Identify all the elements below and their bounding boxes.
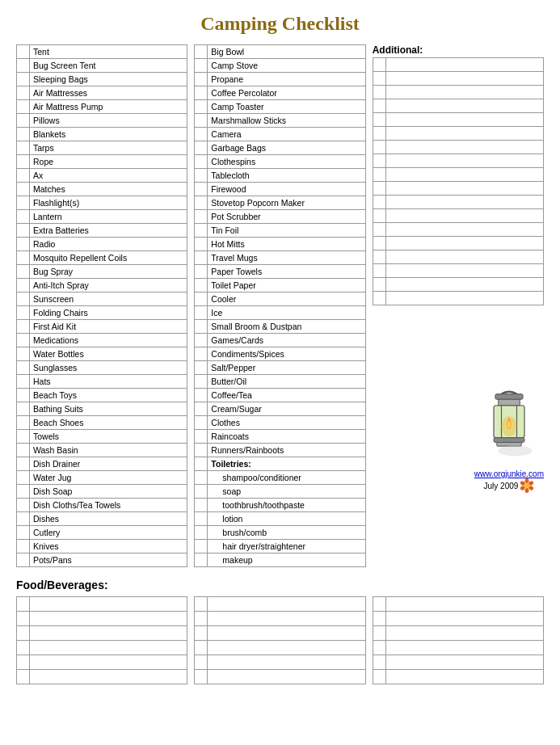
checkbox-cell[interactable] bbox=[373, 168, 385, 182]
checkbox-cell[interactable] bbox=[17, 59, 30, 73]
checkbox-cell[interactable] bbox=[373, 196, 385, 209]
checkbox-cell[interactable] bbox=[373, 58, 385, 72]
checkbox-cell[interactable] bbox=[195, 655, 208, 670]
checkbox-cell[interactable] bbox=[17, 457, 30, 471]
checkbox-cell[interactable] bbox=[17, 169, 30, 183]
checkbox-cell[interactable] bbox=[195, 128, 208, 141]
checkbox-cell[interactable] bbox=[17, 45, 30, 59]
checkbox-cell[interactable] bbox=[17, 334, 30, 347]
checkbox-cell[interactable] bbox=[17, 389, 30, 402]
checkbox-cell[interactable] bbox=[17, 238, 30, 251]
checkbox-cell[interactable] bbox=[195, 471, 208, 485]
checkbox-cell[interactable] bbox=[373, 72, 385, 86]
checkbox-cell[interactable] bbox=[373, 292, 385, 305]
checkbox-cell[interactable] bbox=[17, 279, 30, 293]
checkbox-cell[interactable] bbox=[373, 209, 385, 223]
checkbox-cell[interactable] bbox=[17, 512, 30, 526]
checkbox-cell[interactable] bbox=[17, 224, 30, 238]
checkbox-cell[interactable] bbox=[195, 526, 208, 540]
checkbox-cell[interactable] bbox=[17, 361, 30, 375]
checkbox-cell[interactable] bbox=[195, 86, 208, 100]
checkbox-cell[interactable] bbox=[17, 141, 30, 155]
checkbox-cell[interactable] bbox=[17, 183, 30, 196]
checkbox-cell[interactable] bbox=[17, 320, 30, 334]
checkbox-cell[interactable] bbox=[17, 155, 30, 169]
checkbox-cell[interactable] bbox=[373, 99, 385, 113]
checkbox-cell[interactable] bbox=[373, 113, 385, 127]
checkbox-cell[interactable] bbox=[373, 655, 385, 670]
checkbox-cell[interactable] bbox=[17, 626, 30, 641]
checkbox-cell[interactable] bbox=[195, 444, 208, 457]
checkbox-cell[interactable] bbox=[17, 196, 30, 210]
checkbox-cell[interactable] bbox=[195, 430, 208, 444]
checkbox-cell[interactable] bbox=[373, 250, 385, 264]
checkbox-cell[interactable] bbox=[373, 141, 385, 154]
checkbox-cell[interactable] bbox=[195, 293, 208, 306]
checkbox-cell[interactable] bbox=[17, 347, 30, 361]
checkbox-cell[interactable] bbox=[195, 402, 208, 416]
checkbox-cell[interactable] bbox=[195, 224, 208, 238]
checkbox-cell[interactable] bbox=[17, 100, 30, 114]
checkbox-cell[interactable] bbox=[373, 612, 385, 626]
checkbox-cell[interactable] bbox=[373, 626, 385, 641]
checkbox-cell[interactable] bbox=[17, 553, 30, 567]
checkbox-cell[interactable] bbox=[17, 293, 30, 306]
checkbox-cell[interactable] bbox=[195, 155, 208, 169]
checkbox-cell[interactable] bbox=[195, 389, 208, 402]
checkbox-cell[interactable] bbox=[17, 526, 30, 540]
checkbox-cell[interactable] bbox=[195, 100, 208, 114]
checkbox-cell[interactable] bbox=[17, 485, 30, 499]
checkbox-cell[interactable] bbox=[195, 114, 208, 128]
checkbox-cell[interactable] bbox=[195, 73, 208, 86]
checkbox-cell[interactable] bbox=[17, 402, 30, 416]
checkbox-cell[interactable] bbox=[195, 279, 208, 293]
checkbox-cell[interactable] bbox=[195, 196, 208, 210]
website-link[interactable]: www.orgjunkie.com bbox=[474, 469, 544, 478]
checkbox-cell[interactable] bbox=[195, 416, 208, 430]
checkbox-cell[interactable] bbox=[195, 512, 208, 526]
checkbox-cell[interactable] bbox=[195, 59, 208, 73]
checkbox-cell[interactable] bbox=[195, 597, 208, 612]
checkbox-cell[interactable] bbox=[17, 655, 30, 670]
checkbox-cell[interactable] bbox=[17, 430, 30, 444]
checkbox-cell[interactable] bbox=[373, 597, 385, 612]
checkbox-cell[interactable] bbox=[195, 361, 208, 375]
checkbox-cell[interactable] bbox=[17, 86, 30, 100]
checkbox-cell[interactable] bbox=[373, 641, 385, 655]
checkbox-cell[interactable] bbox=[373, 182, 385, 196]
checkbox-cell[interactable] bbox=[373, 670, 385, 684]
checkbox-cell[interactable] bbox=[17, 265, 30, 279]
checkbox-cell[interactable] bbox=[373, 278, 385, 292]
checkbox-cell[interactable] bbox=[373, 264, 385, 278]
checkbox-cell[interactable] bbox=[373, 86, 385, 99]
checkbox-cell[interactable] bbox=[195, 183, 208, 196]
checkbox-cell[interactable] bbox=[17, 540, 30, 553]
checkbox-cell[interactable] bbox=[17, 375, 30, 389]
checkbox-cell[interactable] bbox=[373, 127, 385, 141]
checkbox-cell[interactable] bbox=[17, 306, 30, 320]
checkbox-cell[interactable] bbox=[373, 223, 385, 237]
checkbox-cell[interactable] bbox=[17, 73, 30, 86]
checkbox-cell[interactable] bbox=[195, 238, 208, 251]
checkbox-cell[interactable] bbox=[17, 251, 30, 265]
checkbox-cell[interactable] bbox=[195, 265, 208, 279]
checkbox-cell[interactable] bbox=[195, 612, 208, 626]
checkbox-cell[interactable] bbox=[17, 114, 30, 128]
checkbox-cell[interactable] bbox=[195, 540, 208, 553]
checkbox-cell[interactable] bbox=[195, 641, 208, 655]
checkbox-cell[interactable] bbox=[195, 485, 208, 499]
checkbox-cell[interactable] bbox=[17, 128, 30, 141]
checkbox-cell[interactable] bbox=[195, 210, 208, 224]
checkbox-cell[interactable] bbox=[17, 471, 30, 485]
checkbox-cell[interactable] bbox=[17, 499, 30, 512]
checkbox-cell[interactable] bbox=[373, 154, 385, 168]
checkbox-cell[interactable] bbox=[195, 499, 208, 512]
checkbox-cell[interactable] bbox=[195, 141, 208, 155]
checkbox-cell[interactable] bbox=[195, 347, 208, 361]
checkbox-cell[interactable] bbox=[373, 237, 385, 250]
checkbox-cell[interactable] bbox=[195, 670, 208, 684]
checkbox-cell[interactable] bbox=[195, 375, 208, 389]
checkbox-cell[interactable] bbox=[195, 457, 208, 471]
checkbox-cell[interactable] bbox=[17, 597, 30, 612]
checkbox-cell[interactable] bbox=[195, 334, 208, 347]
